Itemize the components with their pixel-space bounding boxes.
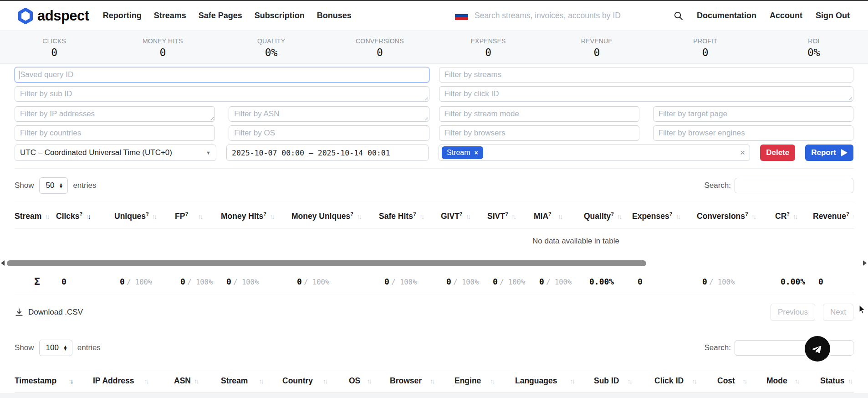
selected-stream-tag[interactable]: Stream × <box>442 146 483 159</box>
sort-icons: ↑↓ <box>751 213 756 220</box>
column-header-sivt[interactable]: SIVT?↑↓ <box>487 204 534 228</box>
stat-value: 0 <box>593 47 600 58</box>
column-header-safe-hits[interactable]: Safe Hits?↑↓ <box>379 204 441 228</box>
click-log-search-input[interactable] <box>735 340 853 356</box>
filter-browser-engines-input[interactable]: Filter by browser engines <box>653 125 853 141</box>
sort-icons: ↑↓ <box>692 377 696 385</box>
download-icon <box>15 308 24 317</box>
date-range-input[interactable]: 2025-10-07 00:00 – 2025-10-14 00:01 <box>226 145 429 161</box>
timezone-select[interactable]: UTC – Coordinated Universal Time (UTC+0)… <box>15 145 216 161</box>
stat-roi: ROI 0% <box>760 31 868 63</box>
resize-grip-icon[interactable] <box>424 116 428 120</box>
page-size-select[interactable]: 100 ▲▼ <box>39 340 72 356</box>
sort-icons: ↑↓ <box>419 213 424 220</box>
stat-clicks: CLICKS 0 <box>0 31 108 63</box>
next-page-button[interactable]: Next <box>823 304 853 321</box>
filter-stream-mode-input[interactable]: Filter by stream mode <box>439 106 639 122</box>
sort-icons: ↑↓ <box>430 377 434 385</box>
nav-streams[interactable]: Streams <box>154 11 186 21</box>
column-header-country[interactable]: Country↑↓ <box>282 369 349 393</box>
column-header-expenses[interactable]: Expenses?↑↓ <box>632 204 697 228</box>
clear-selection-icon[interactable]: × <box>740 148 745 158</box>
column-header-conversions[interactable]: Conversions?↑↓ <box>697 204 775 228</box>
chevron-down-icon: ▼ <box>206 150 211 155</box>
stat-value: 0% <box>265 47 278 58</box>
click-log-table: Timestamp↑↓ IP Address↑↓ ASN↑↓ Stream↑↓ … <box>15 369 854 393</box>
global-search-input[interactable] <box>475 11 670 21</box>
column-header-asn[interactable]: ASN↑↓ <box>174 369 221 393</box>
previous-page-button[interactable]: Previous <box>771 304 815 321</box>
report-table-search-input[interactable] <box>735 178 853 193</box>
summary-money-uniques: 0 / 100% <box>291 274 379 293</box>
column-header-status[interactable]: Status↑↓ <box>820 369 854 393</box>
report-summary-table: Σ 0 0 / 100% 0 / 100% 0 / 100% 0 / 100% … <box>15 274 854 293</box>
nav-bonuses[interactable]: Bonuses <box>317 11 352 21</box>
stream-multiselect[interactable]: Stream × × <box>439 145 750 161</box>
no-data-message: No data available in table <box>15 228 854 255</box>
nav-sign-out[interactable]: Sign Out <box>816 11 850 21</box>
scroll-right-arrow-icon[interactable] <box>863 260 867 266</box>
column-header-mia[interactable]: MIA?↑↓ <box>534 204 584 228</box>
resize-grip-icon[interactable] <box>424 96 428 100</box>
column-header-timestamp[interactable]: Timestamp↑↓ <box>15 369 93 393</box>
column-header-ip-address[interactable]: IP Address↑↓ <box>93 369 174 393</box>
column-header-money-uniques[interactable]: Money Uniques?↑↓ <box>291 204 379 228</box>
resize-grip-icon[interactable] <box>848 96 852 100</box>
column-header-uniques[interactable]: Uniques?↑↓ <box>114 204 175 228</box>
navbar-right: Documentation Account Sign Out <box>455 10 850 21</box>
column-header-givt[interactable]: GIVT?↑↓ <box>441 204 487 228</box>
filter-streams-input[interactable]: Filter by streams <box>439 67 854 83</box>
column-header-engine[interactable]: Engine↑↓ <box>454 369 515 393</box>
summary-row: Σ 0 0 / 100% 0 / 100% 0 / 100% 0 / 100% … <box>15 274 854 293</box>
horizontal-scrollbar-thumb[interactable] <box>7 260 646 266</box>
filter-countries-input[interactable]: Filter by countries <box>15 125 215 141</box>
telegram-button[interactable] <box>805 336 830 362</box>
column-header-os[interactable]: OS↑↓ <box>349 369 390 393</box>
column-header-mode[interactable]: Mode↑↓ <box>766 369 820 393</box>
filter-os-input[interactable]: Filter by OS <box>229 125 429 141</box>
saved-query-id-input[interactable]: Saved query ID <box>15 67 429 83</box>
column-header-click-id[interactable]: Click ID↑↓ <box>654 369 717 393</box>
summary-money-hits: 0 / 100% <box>221 274 291 293</box>
language-flag-russia[interactable] <box>455 11 468 21</box>
brand-logo[interactable]: adspect <box>18 8 89 24</box>
tag-remove-icon[interactable]: × <box>475 149 478 156</box>
download-csv-button[interactable]: Download .CSV <box>15 308 83 317</box>
nav-safe-pages[interactable]: Safe Pages <box>199 11 242 21</box>
resize-grip-icon[interactable] <box>209 116 214 120</box>
column-header-quality[interactable]: Quality?↑↓ <box>584 204 632 228</box>
nav-account[interactable]: Account <box>770 11 802 21</box>
summary-sivt: 0 / 100% <box>487 274 534 293</box>
column-header-clicks[interactable]: Clicks?↑↓ <box>56 204 114 228</box>
filter-asn-textarea[interactable]: Filter by ASN <box>229 106 429 122</box>
search-icon[interactable] <box>673 10 684 21</box>
column-header-languages[interactable]: Languages↑↓ <box>515 369 594 393</box>
sort-icons: ↑↓ <box>853 213 854 220</box>
column-header-stream[interactable]: Stream↑↓ <box>221 369 282 393</box>
scroll-left-arrow-icon[interactable] <box>1 260 5 266</box>
column-header-browser[interactable]: Browser↑↓ <box>390 369 454 393</box>
filter-click-id-textarea[interactable]: Filter by click ID <box>439 86 854 102</box>
nav-subscription[interactable]: Subscription <box>255 11 305 21</box>
column-header-revenue[interactable]: Revenue?↑↓ <box>813 204 854 228</box>
stat-profit: PROFIT 0 <box>651 31 760 63</box>
filter-browsers-input[interactable]: Filter by browsers <box>439 125 639 141</box>
sort-icons: ↑↓ <box>675 213 679 220</box>
column-header-money-hits[interactable]: Money Hits?↑↓ <box>221 204 291 228</box>
column-header-stream[interactable]: Stream↑↓ <box>15 204 56 228</box>
nav-reporting[interactable]: Reporting <box>103 11 142 21</box>
column-header-cost[interactable]: Cost↑↓ <box>717 369 766 393</box>
brand-name: adspect <box>37 8 89 24</box>
sort-icons: ↑↓ <box>194 377 198 385</box>
filter-target-page-input[interactable]: Filter by target page <box>653 106 853 122</box>
stat-expenses: EXPENSES 0 <box>434 31 542 63</box>
nav-documentation[interactable]: Documentation <box>697 11 756 21</box>
filter-sub-id-textarea[interactable]: Filter by sub ID <box>15 86 429 102</box>
column-header-cr[interactable]: CR?↑↓ <box>775 204 813 228</box>
filter-ip-addresses-textarea[interactable]: Filter by IP addresses <box>15 106 215 122</box>
report-button[interactable]: Report <box>805 145 853 161</box>
page-size-select[interactable]: 50 ▲▼ <box>39 177 68 194</box>
column-header-sub-id[interactable]: Sub ID↑↓ <box>594 369 654 393</box>
column-header-fp[interactable]: FP?↑↓ <box>175 204 221 228</box>
delete-button[interactable]: Delete <box>760 145 795 161</box>
